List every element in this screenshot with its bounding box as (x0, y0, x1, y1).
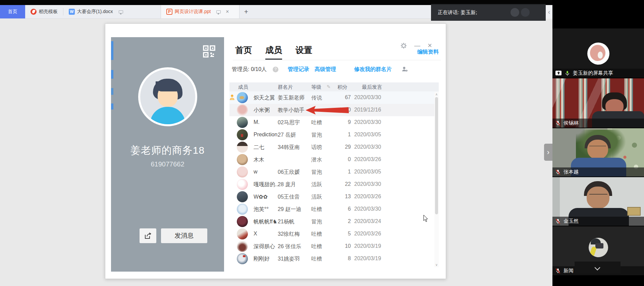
video-tile[interactable]: 金玉然 (552, 177, 644, 226)
screen: 首页 稻壳模板 W 大赛会序(1).docx P 网页设计说课.ppt × + … (0, 0, 644, 286)
table-row[interactable]: 二七 34韩亚南 话唠 29 2020/03/30 (229, 141, 439, 153)
tab-ppt-label: 网页设计说课.ppt (175, 9, 211, 15)
share-button[interactable] (140, 228, 156, 243)
member-card: 32徐红梅 (278, 231, 300, 238)
table-row[interactable]: 嘎嘎甜的... 28 庞月 活跃 22 2020/03/30 (229, 178, 439, 191)
table-row[interactable]: 木木 潜水 0 2020/03/26 (229, 153, 439, 166)
mic-muted-icon (555, 268, 561, 274)
member-level: 冒泡 (311, 218, 322, 225)
edit-profile-link[interactable]: 编辑资料 (417, 49, 439, 56)
member-last-post: 2020/03/30 (354, 119, 381, 125)
tab-group-home[interactable]: 首页 (235, 45, 252, 60)
tab-docer[interactable]: 稻壳模板 (25, 5, 63, 18)
new-tab-button[interactable]: + (239, 5, 253, 18)
tab-docx-label: 大赛会序(1).docx (77, 9, 113, 15)
chevron-down-icon[interactable] (595, 265, 600, 271)
table-row[interactable]: W✿✿ 05王佳音 活跃 13 2020/03/26 (229, 191, 439, 203)
member-level: 话唠 (311, 144, 322, 151)
member-name: 嘎嘎甜的... (254, 181, 279, 188)
tab-ppt[interactable]: P 网页设计说课.ppt × (161, 5, 239, 18)
group-nav-tabs: 首页 成员 设置 (235, 45, 312, 60)
share-icon (144, 232, 152, 240)
member-avatar (237, 204, 248, 215)
participant-name-bar: 姜玉新的屏幕共享 (552, 69, 644, 78)
member-card: 27 岳妍 (278, 132, 296, 139)
member-avatar (237, 179, 248, 190)
tab-home[interactable]: 首页 (0, 5, 25, 18)
close-tab-icon[interactable]: × (226, 9, 229, 15)
person-add-icon[interactable] (401, 66, 408, 73)
member-score: 13 (330, 194, 351, 200)
member-score: 5 (330, 231, 351, 237)
edit-my-card-link[interactable]: 修改我的群名片 (354, 66, 392, 73)
red-annotation-arrow (306, 105, 349, 115)
participant-name: 姜玉新的屏幕共享 (573, 70, 613, 76)
member-avatar (237, 228, 248, 239)
table-row[interactable]: Prediction. 27 岳妍 冒泡 1 2020/03/05 (229, 129, 439, 141)
member-card: 05王佳音 (278, 194, 300, 201)
member-name: 泡芙°° (254, 206, 269, 213)
settings-gear-icon[interactable] (400, 43, 407, 49)
member-last-post: 2020/03/05 (354, 132, 381, 138)
docer-leaf-icon (31, 9, 37, 15)
advanced-manage-link[interactable]: 高级管理 (315, 66, 336, 73)
scrollbar-thumb[interactable] (435, 97, 438, 214)
member-level: 吐槽 (311, 243, 322, 250)
member-name: 帆帆帆ff♞ (254, 218, 277, 225)
col-member: 成员 (238, 84, 248, 90)
group-avatar (138, 67, 197, 126)
tab-group-members[interactable]: 成员 (265, 45, 282, 60)
member-card: 02马思宇 (278, 119, 300, 126)
table-row[interactable]: 小米粥 教学小助手 0 2019/12/16 (229, 104, 439, 116)
edit-level-pencil-icon[interactable]: ✎ (327, 84, 331, 89)
scroll-down-icon[interactable]: ∨ (434, 263, 439, 267)
video-frame-picture (627, 207, 641, 216)
member-avatar (237, 253, 248, 264)
member-level: 吐槽 (311, 231, 322, 238)
admin-row: 管理员: 0/10人 ? 管理记录 高级管理 修改我的群名片 (232, 66, 443, 76)
table-row[interactable]: M. 02马思宇 吐槽 9 2020/03/30 (229, 116, 439, 129)
clipped-text-fragment (111, 41, 113, 60)
table-row[interactable]: X 32徐红梅 吐槽 5 2020/03/26 (229, 228, 439, 240)
tab-group-settings[interactable]: 设置 (296, 45, 312, 60)
send-message-button[interactable]: 发消息 (161, 228, 207, 243)
scroll-up-icon[interactable]: ∧ (434, 92, 439, 96)
help-question-icon[interactable]: ? (273, 67, 278, 72)
member-card: 29 赵一迪 (278, 206, 301, 213)
member-score: 1 (330, 169, 351, 175)
member-avatar (237, 92, 248, 103)
collapse-left-icon[interactable]: ‹ (546, 5, 552, 19)
sidebar-collapse-button[interactable]: › (544, 144, 552, 161)
member-name: X (254, 231, 257, 237)
video-tile[interactable]: 新闻 唐嘉鸿 (552, 226, 644, 275)
member-score: 29 (330, 144, 351, 150)
table-scrollbar[interactable]: ∧ ∨ (434, 92, 439, 267)
top-black-strip (0, 0, 644, 5)
screen-share-icon (555, 70, 562, 76)
table-row[interactable]: 帆帆帆ff♞ 21杨帆 冒泡 2 2020/03/24 (229, 215, 439, 228)
video-tile-screen-share[interactable]: 姜玉新的屏幕共享 (552, 28, 644, 78)
monitor-icon[interactable] (216, 10, 221, 13)
speaking-banner: 正在讲话: 姜玉新; (431, 4, 546, 21)
table-body: 炽天之翼 姜玉新老师 传说 67 2020/03/30 小米粥 教学小助手 0 … (229, 91, 439, 265)
participant-name-bar: 张本越 (552, 167, 644, 176)
table-row[interactable]: 炽天之翼 姜玉新老师 传说 67 2020/03/30 (229, 91, 439, 104)
mouse-cursor (423, 215, 428, 222)
member-level: 吐槽 (311, 119, 322, 126)
member-last-post: 2019/12/16 (354, 107, 381, 113)
table-row[interactable]: 泡芙°° 29 赵一迪 吐槽 6 2020/03/30 (229, 203, 439, 215)
video-tile[interactable]: 侯锡林 (552, 78, 644, 128)
table-row[interactable]: w 06王欣媛 冒泡 1 2020/03/05 (229, 166, 439, 178)
qr-code-icon[interactable] (202, 45, 216, 58)
member-table: 成员 群名片 等级 ✎ 积分 最后发言 炽天之翼 姜玉新老师 (229, 82, 439, 265)
minimize-button[interactable]: — (414, 44, 420, 47)
table-row[interactable]: 深得朕心 26 张佳乐 吐槽 10 2020/03/19 (229, 240, 439, 253)
manage-log-link[interactable]: 管理记录 (288, 66, 309, 73)
expand-bar[interactable] (575, 262, 621, 274)
tab-docx[interactable]: W 大赛会序(1).docx (63, 5, 161, 18)
monitor-icon[interactable] (119, 10, 123, 13)
member-score: 8 (330, 256, 351, 262)
table-row[interactable]: 刚刚好 31姚姿羽 吐槽 8 2020/03/19 (229, 253, 439, 265)
member-last-post: 2020/03/19 (354, 256, 381, 262)
video-tile[interactable]: 张本越 (552, 128, 644, 176)
